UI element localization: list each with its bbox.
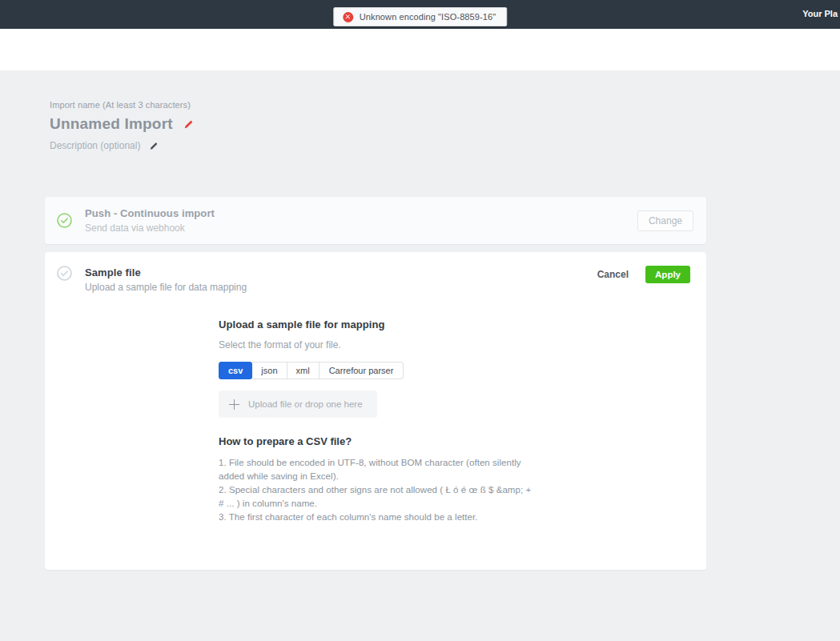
apply-button[interactable]: Apply <box>645 266 690 283</box>
main-content: Import name (At least 3 characters) Unna… <box>0 70 840 570</box>
upload-dropzone[interactable]: Upload file or drop one here <box>219 391 377 418</box>
error-icon <box>343 12 353 22</box>
format-tab-csv[interactable]: csv <box>219 362 252 379</box>
change-button[interactable]: Change <box>637 210 693 231</box>
error-toast: Unknown encoding "ISO-8859-16" <box>333 7 507 26</box>
plus-icon <box>229 399 239 410</box>
sample-file-form: Upload a sample file for mapping Select … <box>219 318 534 524</box>
howto-item: 1. File should be encoded in UTF-8, with… <box>219 456 534 483</box>
toast-message: Unknown encoding "ISO-8859-16" <box>360 12 496 22</box>
format-tab-json[interactable]: json <box>251 362 287 379</box>
format-hint: Select the format of your file. <box>219 339 534 351</box>
howto-list: 1. File should be encoded in UTF-8, with… <box>219 456 534 524</box>
import-name-label: Import name (At least 3 characters) <box>50 100 840 110</box>
edit-name-pencil-icon[interactable] <box>184 120 193 129</box>
check-circle-icon <box>57 213 72 228</box>
import-name-block: Import name (At least 3 characters) Unna… <box>50 100 840 151</box>
step-card-sample-file: Sample file Upload a sample file for dat… <box>45 252 706 570</box>
upload-section-heading: Upload a sample file for mapping <box>219 318 534 331</box>
format-tab-carrefour-parser[interactable]: Carrefour parser <box>319 362 404 379</box>
topbar: Unknown encoding "ISO-8859-16" Your Pla <box>0 0 840 29</box>
step-subtitle: Upload a sample file for data mapping <box>85 282 597 293</box>
plan-link[interactable]: Your Pla <box>802 9 838 18</box>
cancel-button[interactable]: Cancel <box>597 269 629 280</box>
edit-description-pencil-icon[interactable] <box>150 142 158 150</box>
check-circle-icon <box>57 266 72 281</box>
howto-item: 3. The first character of each column's … <box>219 511 534 524</box>
import-steps: Push - Continuous import Send data via w… <box>45 197 706 570</box>
howto-heading: How to prepare a CSV file? <box>219 435 534 447</box>
format-tab-xml[interactable]: xml <box>287 362 320 379</box>
howto-item: 2. Special characters and other signs ar… <box>219 483 534 511</box>
header-strip <box>0 29 840 70</box>
step-subtitle: Send data via webhook <box>85 222 637 234</box>
upload-label: Upload file or drop one here <box>248 399 363 409</box>
format-selector: csv json xml Carrefour parser <box>219 362 534 379</box>
description-label: Description (optional) <box>50 140 140 151</box>
step-title: Sample file <box>85 266 597 278</box>
step-card-push-import: Push - Continuous import Send data via w… <box>45 197 706 244</box>
step-title: Push - Continuous import <box>85 207 637 219</box>
import-name-value: Unnamed Import <box>50 115 173 133</box>
